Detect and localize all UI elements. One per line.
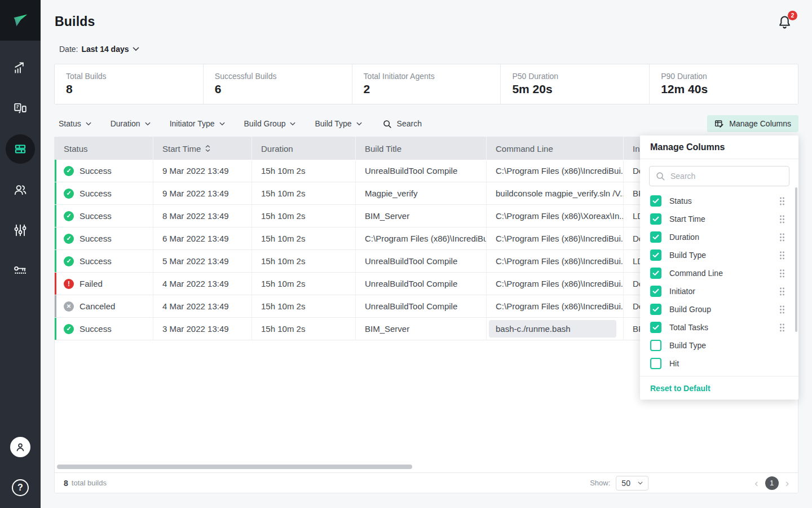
checkbox-checked-icon[interactable] xyxy=(650,322,661,333)
cell-build-title: BIM_Server xyxy=(355,318,486,340)
sidebar-item-analytics[interactable] xyxy=(0,47,41,88)
cell-start-time: 9 Mar 2022 13:49 xyxy=(153,182,251,204)
filter-label: Build Type xyxy=(315,119,351,128)
cell-start-time: 5 Mar 2022 13:49 xyxy=(153,250,251,272)
notification-badge: 2 xyxy=(788,11,797,20)
cell-start-time: 9 Mar 2022 13:49 xyxy=(153,160,251,182)
column-header-duration[interactable]: Duration xyxy=(251,137,355,160)
column-header-build-title[interactable]: Build Title xyxy=(355,137,486,160)
column-toggle-duration[interactable]: Duration xyxy=(640,228,798,246)
total-builds-count: 8 xyxy=(64,479,68,488)
panel-search-input[interactable] xyxy=(670,172,783,181)
column-header-status[interactable]: Status xyxy=(55,137,153,160)
status-label: Success xyxy=(80,256,112,266)
cell-command-line-highlighted[interactable]: bash-c./runme.bash xyxy=(489,320,616,338)
next-page-button[interactable]: › xyxy=(785,478,789,488)
manage-columns-label: Manage Columns xyxy=(729,119,791,128)
checkbox-unchecked-icon[interactable] xyxy=(650,358,661,369)
cell-start-time: 6 Mar 2022 13:49 xyxy=(153,227,251,249)
column-toggle-command-line[interactable]: Command Line xyxy=(640,264,798,282)
panel-scrollbar[interactable] xyxy=(795,187,797,332)
column-label: Command Line xyxy=(496,144,553,154)
filter-status[interactable]: Status xyxy=(54,115,96,132)
column-toggle-build-group[interactable]: Build Group xyxy=(640,300,798,318)
drag-handle-icon[interactable] xyxy=(779,287,785,296)
status-label: Success xyxy=(80,211,112,221)
cell-build-title: UnrealBuildTool Compile xyxy=(355,250,486,272)
checkbox-checked-icon[interactable] xyxy=(650,304,661,315)
status-success-icon: ✓ xyxy=(64,189,74,199)
column-toggle-status[interactable]: Status xyxy=(640,192,798,210)
date-filter-label: Date: xyxy=(59,45,78,54)
drag-handle-icon[interactable] xyxy=(779,269,785,278)
cell-duration: 15h 10m 2s xyxy=(251,318,355,340)
reset-to-default-link[interactable]: Reset to Default xyxy=(640,376,798,400)
cell-duration: 15h 10m 2s xyxy=(251,250,355,272)
drag-handle-icon[interactable] xyxy=(779,305,785,314)
search-icon xyxy=(655,171,665,181)
drag-handle-icon[interactable] xyxy=(779,233,785,242)
checkbox-checked-icon[interactable] xyxy=(650,195,661,207)
cell-build-title: BIM_Server xyxy=(355,205,486,227)
stat-value: 6 xyxy=(215,82,352,96)
avatar[interactable] xyxy=(10,437,30,457)
column-header-command-line[interactable]: Command Line xyxy=(486,137,623,160)
column-label: Start Time xyxy=(162,144,201,154)
cell-build-title: UnrealBuildTool Compile xyxy=(355,273,486,295)
user-avatar-icon xyxy=(14,441,27,453)
cell-duration: 15h 10m 2s xyxy=(251,273,355,295)
drag-handle-icon[interactable] xyxy=(779,251,785,260)
filter-build-type[interactable]: Build Type xyxy=(310,115,366,132)
incredibuild-logo-icon xyxy=(10,10,31,31)
checkbox-checked-icon[interactable] xyxy=(650,231,661,243)
column-label: Build Title xyxy=(365,144,401,154)
filter-bar: Status Duration Initiator Type Build Gro… xyxy=(54,115,798,132)
checkbox-unchecked-icon[interactable] xyxy=(650,340,661,351)
filter-duration[interactable]: Duration xyxy=(106,115,155,132)
chevron-down-icon xyxy=(86,122,91,126)
checkbox-checked-icon[interactable] xyxy=(650,249,661,261)
filter-build-group[interactable]: Build Group xyxy=(240,115,301,132)
manage-columns-button[interactable]: Manage Columns xyxy=(707,115,798,132)
checkbox-checked-icon[interactable] xyxy=(650,286,661,297)
sidebar-item-license[interactable] xyxy=(0,251,41,291)
drag-handle-icon[interactable] xyxy=(779,215,785,224)
cell-command-line: C:\Program Files (x86)\IncrediBui... xyxy=(486,227,623,249)
help-button[interactable]: ? xyxy=(12,479,29,496)
status-failed-icon: ! xyxy=(64,279,74,289)
notifications-button[interactable]: 2 xyxy=(777,14,794,33)
stat-label: Total Initiator Agents xyxy=(364,72,501,81)
column-toggle-build-type-2[interactable]: Build Type xyxy=(640,336,798,354)
column-header-start-time[interactable]: Start Time xyxy=(153,137,251,160)
status-canceled-icon: ✕ xyxy=(64,301,74,312)
column-toggle-build-type[interactable]: Build Type xyxy=(640,246,798,264)
cell-duration: 15h 10m 2s xyxy=(251,182,355,204)
checkbox-checked-icon[interactable] xyxy=(650,268,661,279)
horizontal-scrollbar[interactable] xyxy=(57,465,412,469)
column-toggle-total-tasks[interactable]: Total Tasks xyxy=(640,318,798,336)
date-filter[interactable]: Date: Last 14 days xyxy=(59,45,139,54)
status-success-icon: ✓ xyxy=(64,234,74,244)
table-search-button[interactable]: Search xyxy=(382,119,422,129)
column-toggle-label: Command Line xyxy=(669,269,723,278)
current-page-button[interactable]: 1 xyxy=(765,476,779,490)
panel-search-box[interactable] xyxy=(649,166,789,186)
app-logo[interactable] xyxy=(0,0,41,41)
column-toggle-initiator[interactable]: Initiator xyxy=(640,282,798,300)
previous-page-button[interactable]: ‹ xyxy=(754,478,758,488)
column-toggle-hit[interactable]: Hit xyxy=(640,354,798,373)
checkbox-checked-icon[interactable] xyxy=(650,213,661,225)
stat-successful-builds: Successful Builds 6 xyxy=(203,64,352,104)
sidebar-item-builds[interactable] xyxy=(0,129,41,169)
column-toggle-label: Total Tasks xyxy=(669,323,708,332)
drag-handle-icon[interactable] xyxy=(779,323,785,332)
filter-initiator-type[interactable]: Initiator Type xyxy=(165,115,230,132)
column-toggle-start-time[interactable]: Start Time xyxy=(640,210,798,228)
page-size-select[interactable]: 50 xyxy=(616,476,648,491)
sidebar-item-settings[interactable] xyxy=(0,210,41,251)
status-label: Success xyxy=(80,166,112,176)
sort-icon[interactable] xyxy=(205,145,210,152)
drag-handle-icon[interactable] xyxy=(779,197,785,205)
sidebar-item-agents[interactable] xyxy=(0,88,41,129)
sidebar-item-users[interactable] xyxy=(0,169,41,210)
